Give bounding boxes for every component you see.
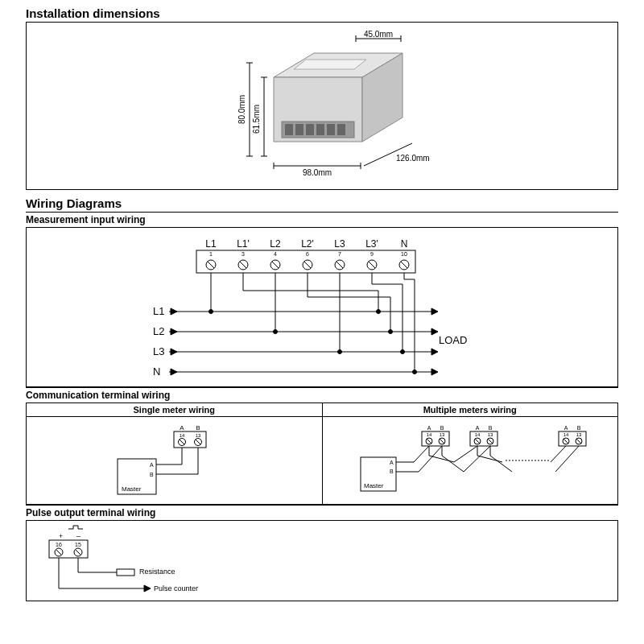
dim-bottom-right: 126.0mm [396, 154, 430, 163]
install-diagram: 45.0mm 80.0mm 61.5mm [26, 23, 618, 190]
measurement-diagram: L1 L1' L2 L2' L3 L3' N 1 3 4 6 7 [26, 228, 618, 387]
svg-marker-64 [171, 349, 177, 355]
svg-marker-68 [431, 369, 438, 375]
svg-text:B: B [440, 425, 444, 431]
svg-text:B: B [576, 425, 580, 431]
svg-text:14: 14 [426, 432, 431, 437]
svg-point-82 [338, 350, 342, 354]
load-label: LOAD [439, 334, 467, 346]
svg-text:A: A [475, 425, 479, 431]
svg-text:13: 13 [576, 432, 581, 437]
pulse-header: Pulse output terminal wiring [26, 505, 618, 521]
svg-marker-62 [431, 328, 438, 335]
svg-text:B: B [488, 425, 492, 431]
svg-text:Master: Master [364, 482, 384, 489]
svg-text:N: N [153, 365, 160, 378]
svg-text:A: A [180, 424, 185, 431]
svg-text:1: 1 [209, 251, 213, 257]
svg-text:–: – [76, 532, 80, 540]
svg-point-74 [377, 310, 381, 314]
svg-text:6: 6 [306, 251, 309, 257]
svg-text:7: 7 [338, 251, 341, 257]
svg-rect-5 [295, 124, 303, 135]
svg-text:A: A [150, 462, 154, 468]
svg-text:3: 3 [242, 251, 245, 257]
svg-marker-59 [431, 308, 438, 315]
svg-point-76 [274, 330, 278, 334]
svg-point-80 [389, 330, 393, 334]
wiring-header: Wiring Diagrams [26, 193, 618, 213]
svg-text:A: A [564, 425, 568, 431]
svg-text:4: 4 [274, 251, 277, 257]
svg-point-86 [401, 350, 405, 354]
svg-text:L3': L3' [365, 238, 378, 250]
svg-marker-67 [171, 369, 177, 375]
dim-left-inner: 61.5mm [252, 104, 261, 133]
svg-text:16: 16 [56, 542, 62, 547]
measurement-header: Measurement input wiring [26, 213, 618, 228]
svg-marker-10 [294, 60, 366, 69]
svg-text:N: N [401, 238, 408, 250]
comm-header: Communication terminal wiring [26, 387, 618, 403]
svg-marker-65 [431, 349, 438, 355]
dim-left-outer: 80.0mm [237, 94, 246, 123]
svg-text:10: 10 [401, 251, 407, 257]
svg-marker-151 [144, 585, 151, 592]
svg-point-70 [209, 310, 213, 314]
svg-rect-8 [327, 124, 335, 135]
dim-bottom-left: 98.0mm [303, 168, 332, 177]
svg-text:L3: L3 [334, 238, 345, 250]
svg-text:+: + [59, 532, 63, 540]
svg-rect-7 [316, 124, 324, 135]
svg-text:14: 14 [180, 433, 185, 438]
svg-text:L2': L2' [301, 238, 314, 250]
svg-text:B: B [196, 424, 200, 431]
pulse-diagram: + – 16 15 Resistance Pulse co [26, 521, 618, 601]
svg-rect-4 [285, 124, 293, 135]
svg-text:L2: L2 [153, 325, 164, 337]
single-title: Single meter wiring [27, 403, 322, 417]
svg-text:A: A [390, 460, 394, 465]
svg-text:14: 14 [474, 432, 480, 437]
svg-text:13: 13 [196, 433, 201, 438]
install-header: Installation dimensions [26, 3, 618, 23]
svg-text:L1': L1' [237, 238, 250, 250]
svg-text:Resistance: Resistance [139, 568, 175, 576]
svg-text:B: B [390, 469, 394, 474]
svg-text:Master: Master [122, 485, 142, 493]
comm-diagrams: Single meter wiring A B 14 13 [26, 403, 618, 505]
svg-text:L3: L3 [153, 345, 164, 357]
svg-text:15: 15 [75, 542, 81, 547]
svg-point-90 [413, 370, 417, 374]
svg-text:L2: L2 [270, 238, 281, 250]
svg-text:L1: L1 [153, 305, 164, 317]
svg-rect-9 [337, 124, 345, 135]
multiple-title: Multiple meters wiring [323, 403, 618, 417]
svg-marker-58 [171, 308, 177, 315]
svg-text:14: 14 [563, 432, 568, 437]
svg-text:B: B [150, 472, 154, 477]
svg-rect-154 [117, 569, 134, 576]
svg-rect-6 [306, 124, 314, 135]
svg-text:Pulse counter: Pulse counter [154, 584, 198, 592]
dim-top: 45.0mm [364, 30, 393, 39]
svg-text:13: 13 [439, 432, 444, 437]
svg-text:L1: L1 [205, 238, 217, 250]
svg-text:13: 13 [487, 432, 493, 437]
svg-marker-61 [171, 328, 177, 335]
svg-text:A: A [427, 425, 431, 431]
svg-text:9: 9 [370, 251, 374, 257]
